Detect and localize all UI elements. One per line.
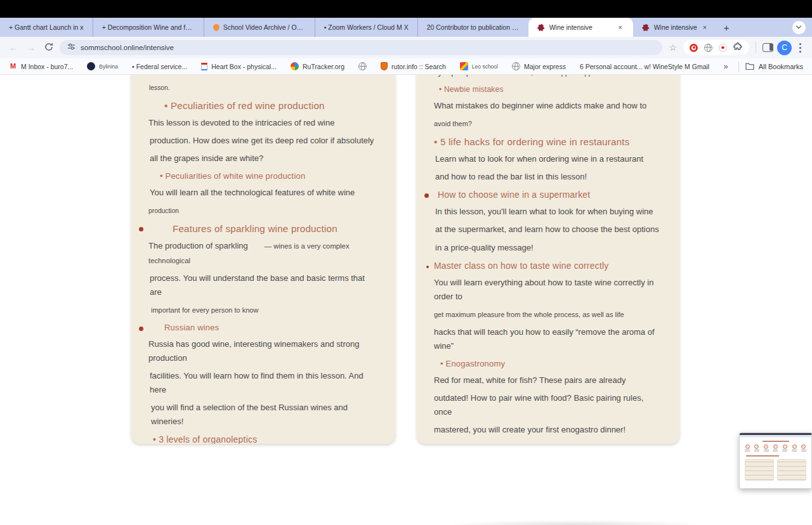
browser-tab[interactable]: + Gantt chart Launch in x — [0, 18, 93, 37]
record-extension-icon[interactable] — [719, 44, 727, 52]
lesson-text-line: production — [148, 203, 379, 217]
target-extension-icon[interactable] — [690, 44, 698, 52]
bottom-shadow — [444, 520, 704, 525]
browser-menu-icon[interactable] — [799, 42, 802, 53]
tab-search-button[interactable] — [792, 21, 806, 34]
gmail-icon: M — [9, 62, 17, 70]
text-segment: you will find a selection of the best Ru… — [151, 403, 348, 426]
text-segment: You will learn all the technological fea… — [150, 188, 355, 197]
top-bar — [0, 0, 812, 18]
bookmark-item[interactable]: RuTracker.org — [291, 62, 344, 70]
bookmark-label: rutor.info :: Search — [391, 63, 446, 70]
lesson-heading: • 5 life hacks for ordering wine in rest… — [434, 136, 663, 147]
profile-avatar[interactable]: C — [777, 41, 792, 55]
tab-close-icon[interactable]: × — [617, 23, 624, 32]
bookmark-item[interactable]: Bylinina — [87, 62, 118, 70]
lesson-text-line: facilities. You will learn how to find t… — [148, 368, 379, 396]
bookmark-item[interactable]: 6 Personal account... w! WineStyle M Gma… — [580, 63, 709, 70]
lesson-heading: • Newbie mistakes — [434, 85, 663, 94]
text-segment: production — [148, 207, 179, 214]
lesson-heading: How to choose wine in a supermarket — [434, 190, 663, 200]
heading-text: • Peculiarities of red wine production — [164, 100, 325, 111]
tab-title: Wine intensive — [654, 23, 697, 31]
lesson-text-line: Red for meat, white for fish? These pair… — [434, 373, 663, 387]
text-segment: What mistakes do beginner wine addicts m… — [434, 101, 646, 110]
text-segment: In this lesson, you'll learn what to loo… — [435, 207, 653, 216]
text-segment: hacks that will teach you how to easily … — [434, 327, 655, 351]
browser-tab[interactable]: School Video Archive / Obla x — [204, 18, 315, 37]
bookmark-item[interactable] — [358, 62, 367, 70]
browser-tab[interactable]: Wine intensive× — [633, 18, 717, 37]
browser-tab[interactable]: • Zoom Workers / Cloud M X — [315, 18, 417, 37]
bookmarks-bar: MM Inbox - buro7...Bylinina• Federal ser… — [0, 58, 812, 75]
lesson-heading: • 3 levels of organoleptics — [148, 434, 379, 444]
heading-text: • Enogastronomy — [440, 359, 505, 368]
heading-text: • 5 life hacks for ordering wine in rest… — [434, 136, 630, 147]
side-panel-icon[interactable] — [763, 43, 773, 52]
text-segment: Red for meat, white for fish? These pair… — [434, 375, 626, 385]
bookmark-item[interactable]: Leo school — [460, 62, 498, 70]
bookmark-label: Major express — [524, 63, 566, 70]
lesson-heading: • Enogastronomy — [434, 359, 663, 368]
bookmarks-overflow-icon[interactable]: » — [719, 62, 731, 71]
back-icon[interactable]: ← — [6, 42, 20, 53]
heading-text: Russian wines — [164, 323, 219, 332]
text-segment: and how to read the bar list in this les… — [435, 172, 587, 181]
preview-art — [740, 438, 811, 483]
shield-orange-icon — [381, 62, 388, 70]
bookmark-item[interactable]: Heart Box - physical... — [201, 63, 277, 70]
lesson-text-line: In this lesson, you'll learn what to loo… — [434, 204, 663, 218]
new-tab-button[interactable]: + — [717, 22, 736, 33]
tab-strip: + Gantt chart Launch in x+ Decomposition… — [0, 18, 812, 37]
lesson-text-line: hacks that will teach you how to easily … — [434, 325, 663, 353]
lesson-heading: Russian wines — [148, 323, 379, 332]
bookmark-label: RuTracker.org — [303, 63, 344, 70]
forward-icon[interactable]: → — [24, 42, 38, 53]
rutracker-icon — [291, 62, 299, 70]
browser-tab[interactable]: Wine intensive× — [528, 18, 633, 37]
browser-tab[interactable]: 20 Contributor to publication Zo X — [417, 18, 528, 37]
text-segment: at the supermarket, and learn how to cho… — [435, 224, 659, 234]
heading-text: • Peculiarities of white wine production — [160, 171, 305, 181]
wine-splash-icon — [642, 23, 650, 32]
lessons-card-left: lesson.• Peculiarities of red wine produ… — [131, 75, 395, 444]
address-bar[interactable]: sommschool.online/intensive — [60, 40, 662, 55]
lesson-text-line: The production of sparkling— wines is a … — [148, 238, 379, 266]
extensions-area — [683, 40, 749, 55]
tab-title: Wine intensive — [549, 23, 613, 31]
bookmark-item[interactable]: • Federal service... — [132, 63, 187, 70]
browser-tab[interactable]: + Decomposition Wine and food | — [93, 18, 204, 37]
bookmark-label: • Federal service... — [132, 63, 187, 70]
text-segment: mastered, you will create your first eno… — [434, 425, 625, 434]
text-segment: get maximum pleasure from the whole proc… — [434, 311, 624, 318]
window-preview-thumbnail[interactable] — [739, 432, 812, 489]
all-bookmarks-button[interactable]: All Bookmarks — [745, 62, 803, 71]
bookmark-item[interactable]: MM Inbox - buro7... — [9, 62, 73, 70]
url-text: sommschool.online/intensive — [81, 44, 174, 51]
heading-text: Master class on how to taste wine correc… — [434, 261, 608, 271]
bookmark-list: MM Inbox - buro7...Bylinina• Federal ser… — [9, 62, 717, 70]
text-segment: Russia has good wine, interesting winema… — [148, 339, 359, 363]
globe-extension-icon[interactable] — [704, 44, 712, 52]
bullet-marker — [139, 327, 143, 331]
bookmark-item[interactable]: Major express — [512, 62, 566, 70]
preview-circles — [743, 444, 808, 451]
reload-icon[interactable] — [42, 42, 56, 53]
bookmark-label: Bylinina — [99, 63, 118, 70]
preview-circle — [782, 444, 787, 451]
text-segment: in a price-quality message! — [435, 243, 534, 252]
bookmark-star-icon[interactable]: ☆ — [666, 42, 679, 53]
text-segment: important for every person to know — [151, 306, 258, 314]
lesson-text-line: You will learn everything about how to t… — [434, 275, 663, 303]
extensions-puzzle-icon[interactable] — [733, 42, 743, 54]
tab-close-icon[interactable]: × — [701, 23, 709, 32]
text-segment: facilities. You will learn how to find t… — [150, 371, 363, 394]
text-segment: outdated! How to pair wine with food? Ba… — [434, 393, 643, 417]
tab-title: School Video Archive / Obla x — [223, 23, 306, 31]
gc-circle-icon — [87, 62, 95, 70]
text-segment: You will learn everything about how to t… — [434, 278, 653, 301]
flame-orange-icon — [212, 23, 221, 32]
site-settings-icon[interactable] — [67, 42, 75, 53]
bookmark-item[interactable]: rutor.info :: Search — [381, 62, 446, 70]
lesson-text-line: Russia has good wine, interesting winema… — [148, 337, 379, 365]
